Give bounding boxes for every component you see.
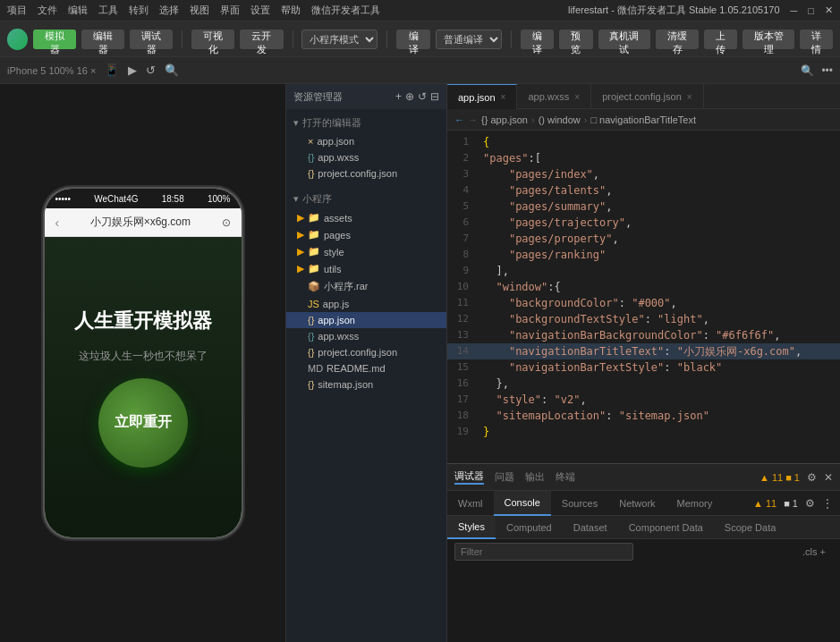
line-content: "style": "v2", bbox=[479, 392, 840, 408]
dev-tab-styles[interactable]: Styles bbox=[447, 516, 496, 539]
phone-back-icon: ‹ bbox=[55, 215, 60, 230]
cloud-btn[interactable]: 云开发 bbox=[240, 30, 283, 49]
tab-app-wxss[interactable]: app.wxss × bbox=[517, 84, 591, 109]
close-icon[interactable]: × bbox=[501, 92, 506, 102]
folder-label3: style bbox=[324, 247, 344, 258]
tab-terminal[interactable]: 终端 bbox=[556, 470, 575, 484]
edit-btn2[interactable]: 编译 bbox=[521, 30, 554, 49]
file-readme[interactable]: MD README.md bbox=[286, 360, 446, 376]
dev-tab-component[interactable]: Component Data bbox=[618, 516, 714, 539]
browser-btn[interactable]: 清缓存 bbox=[656, 30, 699, 49]
folder-utils[interactable]: ▶ 📁 utils bbox=[286, 260, 446, 277]
toolbar2-icon1[interactable]: 📱 bbox=[105, 63, 119, 77]
real-machine-btn[interactable]: 真机调试 bbox=[598, 30, 651, 49]
time: 18:58 bbox=[162, 194, 184, 204]
sub-tab-network[interactable]: Network bbox=[608, 491, 666, 516]
toolbar2-icon2[interactable]: ▶ bbox=[128, 63, 137, 77]
sub-tab-memory[interactable]: Memory bbox=[666, 491, 724, 516]
compile-btn[interactable]: 编译 bbox=[396, 30, 429, 49]
js-icon: JS bbox=[308, 299, 319, 309]
preview-btn[interactable]: 预览 bbox=[559, 30, 592, 49]
file-config[interactable]: {} project.config.json bbox=[286, 344, 446, 360]
line-content: "pages/index", bbox=[479, 166, 840, 182]
code-area[interactable]: 1 { 2 "pages":[ 3 "pages/index", 4 "page… bbox=[447, 131, 840, 463]
menu-item-view[interactable]: 视图 bbox=[190, 4, 209, 17]
new-folder-icon[interactable]: ⊕ bbox=[405, 90, 414, 103]
breadcrumb-nav[interactable]: □ navigationBarTitleText bbox=[590, 114, 696, 125]
detail-btn[interactable]: 详情 bbox=[800, 30, 833, 49]
window-minimize[interactable]: ─ bbox=[791, 5, 798, 16]
mode-select[interactable]: 小程序模式 bbox=[301, 30, 378, 49]
opened-editors-section: ▾ 打开的编辑器 × app.json {} app.wxss {} proje… bbox=[286, 109, 446, 185]
menu-item-settings[interactable]: 设置 bbox=[250, 4, 270, 17]
device-label: iPhone 5 100% 16 × bbox=[7, 65, 96, 76]
dev-tab-computed[interactable]: Computed bbox=[496, 516, 563, 539]
refresh-icon[interactable]: ↺ bbox=[418, 90, 427, 103]
toolbar2-icon4[interactable]: 🔍 bbox=[165, 63, 179, 77]
tab-config[interactable]: project.config.json × bbox=[591, 84, 704, 109]
menu-item-interface[interactable]: 界面 bbox=[220, 4, 240, 17]
folder-pages[interactable]: ▶ 📁 pages bbox=[286, 226, 446, 243]
restart-button[interactable]: 立即重开 bbox=[98, 378, 188, 468]
dev-tab-dataset[interactable]: Dataset bbox=[563, 516, 618, 539]
tab-output[interactable]: 输出 bbox=[525, 470, 545, 484]
tab-debugger[interactable]: 调试器 bbox=[454, 469, 484, 485]
close-icon3[interactable]: × bbox=[687, 92, 692, 102]
compile-select[interactable]: 普通编译 bbox=[436, 30, 502, 49]
simulator-btn[interactable]: 模拟器 bbox=[33, 30, 76, 49]
settings-icon[interactable]: ⚙ bbox=[807, 471, 817, 484]
window-close[interactable]: ✕ bbox=[825, 4, 833, 16]
tab-app-json[interactable]: app.json × bbox=[447, 84, 517, 109]
upload-btn[interactable]: 上传 bbox=[704, 30, 737, 49]
close-icon2[interactable]: × bbox=[574, 92, 580, 102]
window-maximize[interactable]: □ bbox=[808, 5, 814, 16]
nav-back[interactable]: ← bbox=[454, 114, 464, 125]
filter-input[interactable] bbox=[454, 543, 633, 561]
menu-item-project[interactable]: 项目 bbox=[7, 4, 27, 17]
file-app-js[interactable]: JS app.js bbox=[286, 296, 446, 312]
sub-tab-wxml[interactable]: Wxml bbox=[447, 491, 494, 516]
opened-file-app-json[interactable]: × app.json bbox=[286, 133, 446, 149]
menu-item-help[interactable]: 帮助 bbox=[281, 4, 301, 17]
sub-tab-sources[interactable]: Sources bbox=[551, 491, 608, 516]
opened-file-config[interactable]: {} project.config.json bbox=[286, 165, 446, 182]
cls-button[interactable]: .cls + bbox=[802, 546, 833, 557]
main-toolbar: 模拟器 编辑器 调试器 可视化 云开发 小程序模式 编译 普通编译 编译 预览 … bbox=[0, 21, 840, 57]
visualize-btn[interactable]: 可视化 bbox=[191, 30, 234, 49]
menu-item-file[interactable]: 文件 bbox=[38, 4, 57, 17]
menu-item-select[interactable]: 选择 bbox=[159, 4, 179, 17]
file-app-wxss[interactable]: {} app.wxss bbox=[286, 328, 446, 344]
breadcrumb-window[interactable]: () window bbox=[539, 114, 581, 125]
bottom-tabs-bar: 调试器 问题 输出 终端 ▲ 11 ■ 1 ⚙ ✕ bbox=[447, 464, 840, 491]
more-icon2[interactable]: ✕ bbox=[824, 471, 833, 484]
opened-editors-header[interactable]: ▾ 打开的编辑器 bbox=[286, 113, 446, 133]
settings-icon2[interactable]: ⚙ bbox=[805, 497, 815, 510]
menu-item-wechat[interactable]: 微信开发者工具 bbox=[311, 4, 380, 17]
search-icon[interactable]: 🔍 bbox=[801, 64, 814, 77]
folder-assets[interactable]: ▶ 📁 assets bbox=[286, 209, 446, 226]
file-app-json[interactable]: {} app.json bbox=[286, 312, 446, 328]
menu-item-tools[interactable]: 工具 bbox=[98, 4, 118, 17]
menu-item-edit[interactable]: 编辑 bbox=[68, 4, 88, 17]
debug-btn[interactable]: 调试器 bbox=[130, 30, 173, 49]
folder-style[interactable]: ▶ 📁 style bbox=[286, 243, 446, 260]
file-sitemap[interactable]: {} sitemap.json bbox=[286, 376, 446, 393]
opened-file-app-wxss[interactable]: {} app.wxss bbox=[286, 149, 446, 165]
project-section-header[interactable]: ▾ 小程序 bbox=[286, 189, 446, 209]
more-options-icon[interactable]: ⋮ bbox=[822, 497, 833, 510]
editor-btn[interactable]: 编辑器 bbox=[81, 30, 124, 49]
more-icon[interactable]: ••• bbox=[821, 64, 833, 77]
breadcrumb-file[interactable]: {} app.json bbox=[481, 114, 528, 125]
file-rar[interactable]: 📦 小程序.rar bbox=[286, 277, 446, 296]
menu-item-goto[interactable]: 转到 bbox=[129, 4, 148, 17]
new-file-icon[interactable]: + bbox=[395, 90, 402, 103]
tab-problems[interactable]: 问题 bbox=[495, 470, 514, 484]
code-line: 19 } bbox=[447, 424, 840, 440]
nav-forward[interactable]: → bbox=[468, 114, 478, 125]
sub-tab-console[interactable]: Console bbox=[494, 491, 551, 516]
dev-tab-scope[interactable]: Scope Data bbox=[714, 516, 786, 539]
collapse-icon[interactable]: ⊟ bbox=[430, 90, 439, 103]
version-btn[interactable]: 版本管理 bbox=[742, 30, 794, 49]
phone-container: ••••• WeChat4G 18:58 100% ‹ 小刀娱乐网×x6g.co… bbox=[0, 84, 285, 642]
toolbar2-icon3[interactable]: ↺ bbox=[146, 63, 156, 77]
